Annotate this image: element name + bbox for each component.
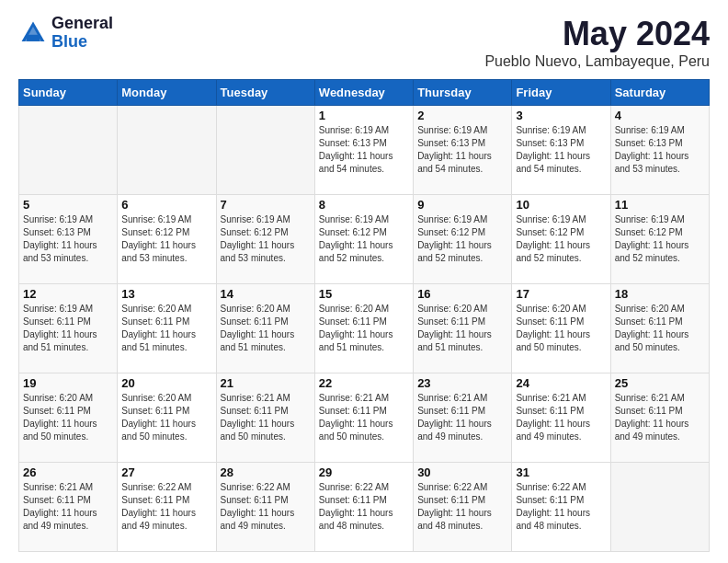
day-info: Sunrise: 6:20 AMSunset: 6:11 PMDaylight:… [615,304,689,352]
calendar-cell: 15Sunrise: 6:20 AMSunset: 6:11 PMDayligh… [314,284,413,373]
calendar-week-row: 1Sunrise: 6:19 AMSunset: 6:13 PMDaylight… [19,106,710,195]
day-number: 30 [417,465,507,479]
day-number: 24 [516,376,606,390]
day-info: Sunrise: 6:21 AMSunset: 6:11 PMDaylight:… [23,482,97,531]
day-info: Sunrise: 6:19 AMSunset: 6:13 PMDaylight:… [23,214,97,263]
day-number: 15 [319,287,409,301]
day-info: Sunrise: 6:19 AMSunset: 6:13 PMDaylight:… [319,125,393,174]
calendar-cell: 21Sunrise: 6:21 AMSunset: 6:11 PMDayligh… [216,373,314,463]
day-number: 8 [319,198,409,212]
day-info: Sunrise: 6:19 AMSunset: 6:12 PMDaylight:… [319,214,393,263]
title-area: May 2024 Pueblo Nuevo, Lambayeque, Peru [484,15,710,70]
day-info: Sunrise: 6:19 AMSunset: 6:12 PMDaylight:… [121,214,196,263]
calendar-cell: 31Sunrise: 6:22 AMSunset: 6:11 PMDayligh… [512,463,610,552]
calendar-cell: 7Sunrise: 6:19 AMSunset: 6:12 PMDaylight… [216,195,314,284]
day-info: Sunrise: 6:19 AMSunset: 6:11 PMDaylight:… [23,304,97,352]
calendar-week-row: 12Sunrise: 6:19 AMSunset: 6:11 PMDayligh… [19,284,710,373]
day-number: 9 [417,198,507,212]
calendar-cell: 20Sunrise: 6:20 AMSunset: 6:11 PMDayligh… [118,373,216,463]
day-number: 14 [221,287,311,301]
calendar-cell: 23Sunrise: 6:21 AMSunset: 6:11 PMDayligh… [414,373,512,463]
day-info: Sunrise: 6:20 AMSunset: 6:11 PMDaylight:… [121,304,196,352]
logo-general: General [51,15,113,33]
page: General Blue May 2024 Pueblo Nuevo, Lamb… [0,0,728,563]
calendar-cell: 13Sunrise: 6:20 AMSunset: 6:11 PMDayligh… [118,284,216,373]
svg-rect-2 [27,35,40,41]
calendar-day-header: Friday [512,80,610,106]
day-info: Sunrise: 6:22 AMSunset: 6:11 PMDaylight:… [221,482,295,531]
day-info: Sunrise: 6:22 AMSunset: 6:11 PMDaylight:… [516,482,590,531]
calendar-day-header: Tuesday [216,80,314,106]
day-info: Sunrise: 6:22 AMSunset: 6:11 PMDaylight:… [121,482,196,531]
calendar-week-row: 26Sunrise: 6:21 AMSunset: 6:11 PMDayligh… [19,463,710,552]
calendar-cell: 24Sunrise: 6:21 AMSunset: 6:11 PMDayligh… [512,373,610,463]
day-info: Sunrise: 6:20 AMSunset: 6:11 PMDaylight:… [516,304,590,352]
logo-icon [18,18,48,48]
calendar-cell: 6Sunrise: 6:19 AMSunset: 6:12 PMDaylight… [118,195,216,284]
logo-text: General Blue [51,15,113,52]
day-number: 21 [221,376,311,390]
day-info: Sunrise: 6:21 AMSunset: 6:11 PMDaylight:… [319,393,393,442]
day-number: 12 [23,287,113,301]
day-number: 25 [615,376,705,390]
day-info: Sunrise: 6:20 AMSunset: 6:11 PMDaylight:… [23,393,97,442]
calendar-cell: 1Sunrise: 6:19 AMSunset: 6:13 PMDaylight… [314,106,413,195]
calendar-cell: 27Sunrise: 6:22 AMSunset: 6:11 PMDayligh… [118,463,216,552]
day-number: 31 [516,465,606,479]
day-number: 17 [516,287,606,301]
day-number: 1 [319,109,409,122]
calendar-cell: 28Sunrise: 6:22 AMSunset: 6:11 PMDayligh… [216,463,314,552]
day-number: 3 [516,109,606,122]
day-info: Sunrise: 6:20 AMSunset: 6:11 PMDaylight:… [121,393,196,442]
day-info: Sunrise: 6:19 AMSunset: 6:12 PMDaylight:… [221,214,295,263]
day-info: Sunrise: 6:21 AMSunset: 6:11 PMDaylight:… [221,393,295,442]
calendar-cell [118,106,216,195]
calendar-cell [19,106,118,195]
calendar-cell: 26Sunrise: 6:21 AMSunset: 6:11 PMDayligh… [19,463,118,552]
calendar-cell: 4Sunrise: 6:19 AMSunset: 6:13 PMDaylight… [610,106,709,195]
logo: General Blue [18,15,113,52]
logo-blue: Blue [51,33,113,52]
day-number: 20 [121,376,211,390]
calendar-cell: 11Sunrise: 6:19 AMSunset: 6:12 PMDayligh… [610,195,709,284]
calendar-cell: 3Sunrise: 6:19 AMSunset: 6:13 PMDaylight… [512,106,610,195]
calendar-week-row: 5Sunrise: 6:19 AMSunset: 6:13 PMDaylight… [19,195,710,284]
calendar-cell: 19Sunrise: 6:20 AMSunset: 6:11 PMDayligh… [19,373,118,463]
day-number: 7 [221,198,311,212]
day-info: Sunrise: 6:22 AMSunset: 6:11 PMDaylight:… [417,482,492,531]
calendar-day-header: Thursday [414,80,512,106]
day-info: Sunrise: 6:19 AMSunset: 6:12 PMDaylight:… [516,214,590,263]
calendar-day-header: Sunday [19,80,118,106]
day-info: Sunrise: 6:19 AMSunset: 6:13 PMDaylight:… [516,125,590,174]
day-info: Sunrise: 6:20 AMSunset: 6:11 PMDaylight:… [221,304,295,352]
header: General Blue May 2024 Pueblo Nuevo, Lamb… [18,15,710,70]
day-number: 19 [23,376,113,390]
calendar-cell: 29Sunrise: 6:22 AMSunset: 6:11 PMDayligh… [314,463,413,552]
calendar-cell: 14Sunrise: 6:20 AMSunset: 6:11 PMDayligh… [216,284,314,373]
calendar-day-header: Saturday [610,80,709,106]
calendar-cell [610,463,709,552]
day-number: 27 [121,465,211,479]
day-info: Sunrise: 6:21 AMSunset: 6:11 PMDaylight:… [417,393,492,442]
day-info: Sunrise: 6:21 AMSunset: 6:11 PMDaylight:… [516,393,590,442]
subtitle: Pueblo Nuevo, Lambayeque, Peru [484,53,710,70]
day-number: 2 [417,109,507,122]
day-info: Sunrise: 6:19 AMSunset: 6:12 PMDaylight:… [417,214,492,263]
day-number: 23 [417,376,507,390]
day-info: Sunrise: 6:19 AMSunset: 6:13 PMDaylight:… [615,125,689,174]
calendar-day-header: Wednesday [314,80,413,106]
calendar-cell [216,106,314,195]
calendar-header-row: SundayMondayTuesdayWednesdayThursdayFrid… [19,80,710,106]
day-number: 16 [417,287,507,301]
day-info: Sunrise: 6:20 AMSunset: 6:11 PMDaylight:… [319,304,393,352]
day-number: 26 [23,465,113,479]
day-info: Sunrise: 6:22 AMSunset: 6:11 PMDaylight:… [319,482,393,531]
day-number: 5 [23,198,113,212]
day-number: 4 [615,109,705,122]
day-number: 29 [319,465,409,479]
calendar-cell: 18Sunrise: 6:20 AMSunset: 6:11 PMDayligh… [610,284,709,373]
day-info: Sunrise: 6:20 AMSunset: 6:11 PMDaylight:… [417,304,492,352]
calendar-cell: 2Sunrise: 6:19 AMSunset: 6:13 PMDaylight… [414,106,512,195]
day-info: Sunrise: 6:19 AMSunset: 6:12 PMDaylight:… [615,214,689,263]
day-number: 22 [319,376,409,390]
